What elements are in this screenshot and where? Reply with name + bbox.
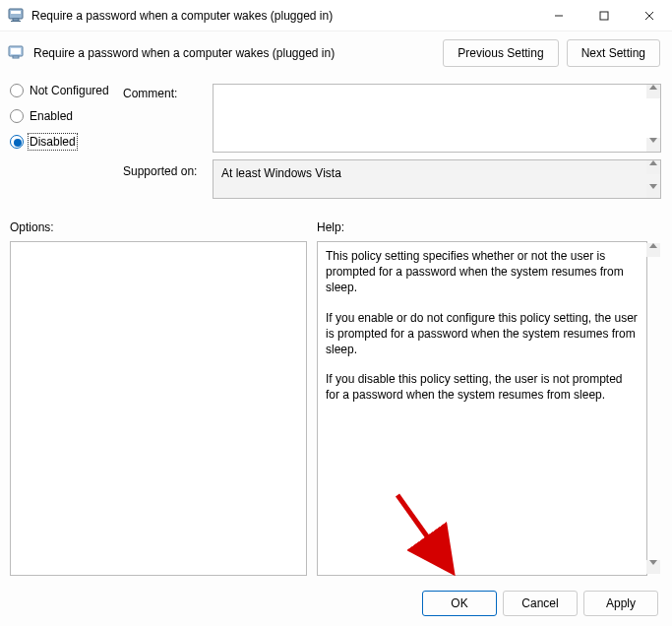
svg-rect-1 — [11, 11, 21, 14]
supported-scroll-down[interactable] — [646, 184, 660, 198]
radio-icon — [10, 84, 24, 97]
svg-rect-2 — [13, 19, 19, 21]
supported-on-label: Supported on: — [123, 164, 197, 178]
svg-rect-5 — [600, 12, 608, 20]
svg-rect-9 — [11, 48, 21, 54]
help-paragraph: If you enable or do not configure this p… — [326, 310, 639, 358]
system-buttons — [536, 0, 672, 31]
next-setting-button[interactable]: Next Setting — [567, 39, 660, 67]
comment-scroll-down[interactable] — [646, 138, 660, 152]
radio-not-configured[interactable]: Not Configured — [10, 84, 109, 97]
maximize-button[interactable] — [581, 0, 627, 31]
radio-icon — [10, 109, 24, 123]
help-paragraph: This policy setting specifies whether or… — [326, 248, 639, 296]
options-label: Options: — [10, 220, 54, 234]
apply-button[interactable]: Apply — [583, 591, 658, 616]
supported-scroll-up[interactable] — [646, 160, 660, 174]
comment-scroll-up[interactable] — [646, 85, 660, 98]
radio-label: Enabled — [30, 109, 73, 123]
help-box: This policy setting specifies whether or… — [317, 241, 647, 576]
radio-enabled[interactable]: Enabled — [10, 109, 109, 123]
app-icon — [8, 8, 24, 24]
title-bar: Require a password when a computer wakes… — [0, 0, 672, 31]
help-paragraph: If you disable this policy setting, the … — [326, 371, 639, 403]
dialog-buttons: OK Cancel Apply — [422, 591, 658, 616]
help-label: Help: — [317, 220, 344, 234]
minimize-button[interactable] — [536, 0, 581, 31]
ok-button[interactable]: OK — [422, 591, 497, 616]
help-scroll-up[interactable] — [646, 243, 660, 257]
comment-textarea[interactable] — [213, 84, 661, 153]
cancel-button[interactable]: Cancel — [503, 591, 578, 616]
svg-rect-3 — [11, 21, 21, 22]
radio-icon — [10, 135, 24, 149]
policy-header: Require a password when a computer wakes… — [0, 31, 672, 71]
policy-state-radios: Not Configured Enabled Disabled — [10, 84, 109, 149]
comment-label: Comment: — [123, 87, 177, 100]
radio-disabled[interactable]: Disabled — [10, 135, 109, 149]
radio-label: Not Configured — [30, 84, 109, 97]
window-title: Require a password when a computer wakes… — [31, 9, 536, 23]
previous-setting-button[interactable]: Previous Setting — [443, 39, 558, 67]
help-scroll-down[interactable] — [646, 560, 660, 574]
svg-rect-10 — [13, 56, 19, 58]
close-button[interactable] — [627, 0, 672, 31]
policy-icon — [8, 44, 26, 62]
policy-title: Require a password when a computer wakes… — [33, 46, 435, 60]
radio-label: Disabled — [30, 135, 76, 149]
supported-on-box: At least Windows Vista — [213, 159, 661, 199]
options-box — [10, 241, 307, 576]
